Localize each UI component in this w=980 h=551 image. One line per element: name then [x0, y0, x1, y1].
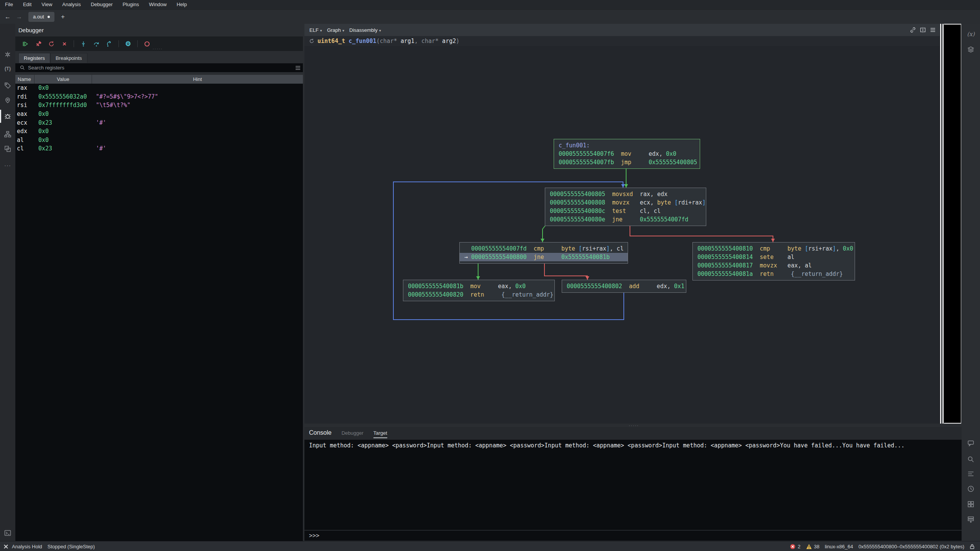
column-header-hint[interactable]: Hint — [92, 75, 303, 84]
search-menu-icon[interactable] — [295, 66, 301, 70]
settings-button[interactable]: ⚙ — [124, 40, 132, 48]
disasm-line[interactable]: 000055555540080c test cl, cl — [545, 207, 706, 215]
rail-console-icon[interactable] — [962, 530, 980, 541]
disasm-line[interactable]: 00005555554007fd cmp byte [rsi+rax], cl — [460, 244, 628, 253]
disasm-line[interactable]: 00005555554007fb jmp 0x555555400805 — [554, 158, 700, 167]
rail-search-icon[interactable] — [962, 454, 980, 465]
disasm-line[interactable]: 0000555555400805 movsxd rax, edx — [545, 190, 706, 198]
disasm-line[interactable]: 0000555555400817 movzx eax, al — [693, 261, 855, 270]
sidebar-flow-icon[interactable] — [0, 129, 15, 140]
sidebar-location-icon[interactable] — [0, 95, 15, 106]
new-tab-button[interactable]: + — [61, 13, 65, 21]
console-prompt-row[interactable]: >>> — [304, 530, 962, 541]
disasm-line[interactable]: 0000555555400814 sete al — [693, 253, 855, 261]
warning-badge[interactable]: 38 — [806, 544, 819, 549]
split-view-icon[interactable] — [920, 27, 926, 33]
disasm-line[interactable]: 000055555540080e jne 0x5555554007fd — [545, 215, 706, 224]
nav-back-icon[interactable]: ← — [5, 13, 11, 20]
console-tab-debugger[interactable]: Debugger — [342, 430, 363, 436]
sidebar-types-icon[interactable]: {T} — [0, 63, 15, 74]
breakpoint-button[interactable] — [143, 40, 151, 48]
console-tab-target[interactable]: Target — [373, 430, 387, 438]
menu-item-debugger[interactable]: Debugger — [86, 0, 118, 9]
lock-icon[interactable] — [970, 544, 975, 549]
column-header-name[interactable]: Name — [15, 75, 35, 84]
register-name: eax — [17, 111, 38, 117]
restart-button[interactable] — [48, 40, 55, 48]
register-search[interactable]: Search registers — [15, 63, 303, 72]
sidebar-terminal-icon[interactable] — [0, 527, 15, 539]
menu-item-help[interactable]: Help — [172, 0, 192, 9]
link-icon[interactable] — [910, 27, 916, 33]
menu-item-view[interactable]: View — [36, 0, 57, 9]
continue-button[interactable] — [21, 40, 29, 48]
graph-menu-elf[interactable]: ELF▾ — [309, 27, 322, 33]
column-header-value[interactable]: Value — [35, 75, 92, 84]
menu-item-plugins[interactable]: Plugins — [118, 0, 144, 9]
register-table-header[interactable]: NameValueHint — [15, 75, 303, 84]
sidebar-debug-icon[interactable] — [0, 111, 15, 122]
step-over-button[interactable] — [92, 40, 100, 48]
register-row[interactable]: edx0x0 — [15, 127, 303, 136]
register-row[interactable]: rsi0x7fffffffd3d0"\t5#\t?%" — [15, 101, 303, 110]
disasm-line[interactable]: 0000555555400820 retn {__return_addr} — [403, 290, 554, 299]
tab-registers[interactable]: Registers — [18, 53, 50, 63]
arch-label: linux-x86_64 — [825, 544, 853, 549]
tab-breakpoints[interactable]: Breakpoints — [50, 53, 87, 63]
rail-grid-icon[interactable] — [962, 498, 980, 510]
register-table: rax0x0rdi0x5555556032a0"#?=5#$\"9>7<?>77… — [15, 84, 303, 541]
status-close-icon[interactable] — [4, 544, 8, 549]
console-output[interactable]: Input method: <appname> <password>Input … — [304, 440, 962, 530]
rail-stack-icon[interactable] — [962, 513, 980, 525]
rail-layers-icon[interactable] — [962, 44, 980, 55]
graph-node-loop-head[interactable]: 0000555555400805 movsxd rax, edx00005555… — [545, 188, 706, 226]
graph-node-cmp-block[interactable]: 00005555554007fd cmp byte [rsi+rax], cl→… — [459, 242, 628, 264]
disassembly-graph[interactable]: c_fun001:00005555554007f6 mov edx, 0x000… — [304, 46, 940, 424]
disasm-line[interactable]: 0000555555400808 movzx ecx, byte [rdi+ra… — [545, 198, 706, 207]
attach-button[interactable] — [35, 40, 42, 48]
register-row[interactable]: ecx0x23'#' — [15, 118, 303, 127]
menu-item-edit[interactable]: Edit — [18, 0, 36, 9]
graph-node-inc-block[interactable]: 0000555555400802 add edx, 0x1 — [562, 280, 686, 293]
register-row[interactable]: eax0x0 — [15, 110, 303, 119]
panel-menu-icon[interactable] — [930, 28, 936, 32]
modified-dot-icon — [48, 16, 50, 18]
detach-button[interactable]: × — [61, 40, 68, 48]
disasm-line[interactable]: c_fun001: — [554, 141, 700, 150]
register-row[interactable]: rdi0x5555556032a0"#?=5#$\"9>7<?>77" — [15, 92, 303, 101]
sidebar-tag-icon[interactable] — [0, 80, 15, 91]
disasm-line[interactable]: 0000555555400810 cmp byte [rsi+rax], 0x0 — [693, 244, 855, 253]
graph-node-ret-cmp[interactable]: 0000555555400810 cmp byte [rsi+rax], 0x0… — [692, 242, 855, 280]
step-out-button[interactable] — [105, 40, 113, 48]
toolbar-drag-handle[interactable]: ····· — [153, 47, 163, 51]
graph-node-entry[interactable]: c_fun001:00005555554007f6 mov edx, 0x000… — [554, 139, 700, 169]
sidebar-windows-icon[interactable] — [0, 143, 15, 155]
console-tab-console[interactable]: Console — [309, 429, 332, 436]
menu-item-window[interactable]: Window — [144, 0, 171, 9]
refresh-icon[interactable] — [309, 38, 314, 44]
file-tab[interactable]: a.out — [28, 12, 54, 22]
rail-comments-icon[interactable] — [962, 437, 980, 449]
current-instruction-line[interactable]: → 0000555555400800 jne 0x55555540081b — [460, 253, 628, 261]
register-row[interactable]: al0x0 — [15, 136, 303, 145]
sidebar-more-icon[interactable]: ··· — [0, 159, 15, 171]
error-badge[interactable]: 2 — [790, 544, 800, 549]
rail-functions-icon[interactable]: (x) — [962, 28, 980, 40]
graph-node-ret-zero[interactable]: 000055555540081b mov eax, 0x000005555554… — [403, 280, 555, 301]
graph-menu-graph[interactable]: Graph▾ — [327, 27, 344, 33]
step-into-button[interactable] — [79, 40, 87, 48]
register-row[interactable]: cl0x23'#' — [15, 144, 303, 153]
sidebar-dashboard-icon[interactable] — [0, 49, 15, 60]
rail-strings-icon[interactable] — [962, 468, 980, 480]
disasm-line[interactable]: 00005555554007f6 mov edx, 0x0 — [554, 150, 700, 158]
register-row[interactable]: rax0x0 — [15, 84, 303, 92]
rail-history-icon[interactable] — [962, 483, 980, 495]
nav-forward-icon[interactable]: → — [16, 13, 22, 20]
disasm-line[interactable]: 000055555540081a retn {__return_addr} — [693, 270, 855, 278]
graph-menu-disassembly[interactable]: Disassembly▾ — [349, 27, 381, 33]
disasm-line[interactable]: 0000555555400802 add edx, 0x1 — [562, 282, 686, 290]
disasm-line[interactable]: 000055555540081b mov eax, 0x0 — [403, 282, 554, 290]
register-value: 0x0 — [38, 137, 96, 144]
menu-item-analysis[interactable]: Analysis — [57, 0, 86, 9]
menu-item-file[interactable]: File — [0, 0, 18, 9]
